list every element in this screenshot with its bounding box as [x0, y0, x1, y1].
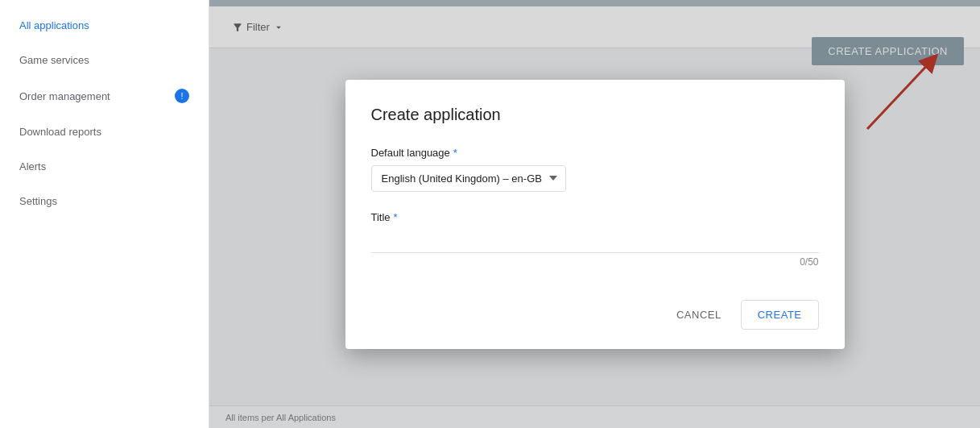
sidebar-item-label: Download reports: [19, 126, 101, 138]
title-input-wrapper: [371, 230, 819, 253]
order-management-badge: !: [175, 89, 189, 103]
title-label: Title *: [371, 211, 819, 223]
sidebar-item-label: All applications: [19, 19, 89, 31]
title-field: Title * 0/50: [371, 211, 819, 268]
sidebar: All applications Game services Order man…: [0, 0, 209, 428]
sidebar-item-label: Game services: [19, 54, 89, 66]
language-select[interactable]: English (United Kingdom) – en-GB English…: [371, 165, 566, 192]
sidebar-item-alerts[interactable]: Alerts: [0, 149, 209, 184]
modal-overlay: Create application Default language * En…: [209, 0, 980, 428]
sidebar-item-label: Alerts: [19, 160, 46, 172]
sidebar-item-game-services[interactable]: Game services: [0, 43, 209, 77]
sidebar-item-settings[interactable]: Settings: [0, 184, 209, 218]
sidebar-item-all-applications[interactable]: All applications: [0, 8, 209, 43]
dialog-title: Create application: [371, 106, 819, 124]
title-input[interactable]: [371, 230, 819, 249]
default-language-field: Default language * English (United Kingd…: [371, 147, 819, 192]
char-count: 0/50: [371, 256, 819, 268]
sidebar-item-order-management[interactable]: Order management !: [0, 77, 209, 114]
dialog-actions: CANCEL CREATE: [371, 293, 819, 330]
create-button[interactable]: CREATE: [741, 300, 819, 330]
main-content: Filter CREATE APPLICATION Create applica…: [209, 0, 980, 428]
default-language-label: Default language *: [371, 147, 819, 159]
required-star: *: [453, 147, 457, 159]
title-required-star: *: [394, 211, 398, 223]
sidebar-item-label: Order management: [19, 90, 110, 102]
sidebar-item-label: Settings: [19, 195, 57, 207]
cancel-button[interactable]: CANCEL: [664, 300, 734, 330]
sidebar-item-download-reports[interactable]: Download reports: [0, 114, 209, 149]
create-application-dialog: Create application Default language * En…: [345, 80, 845, 349]
